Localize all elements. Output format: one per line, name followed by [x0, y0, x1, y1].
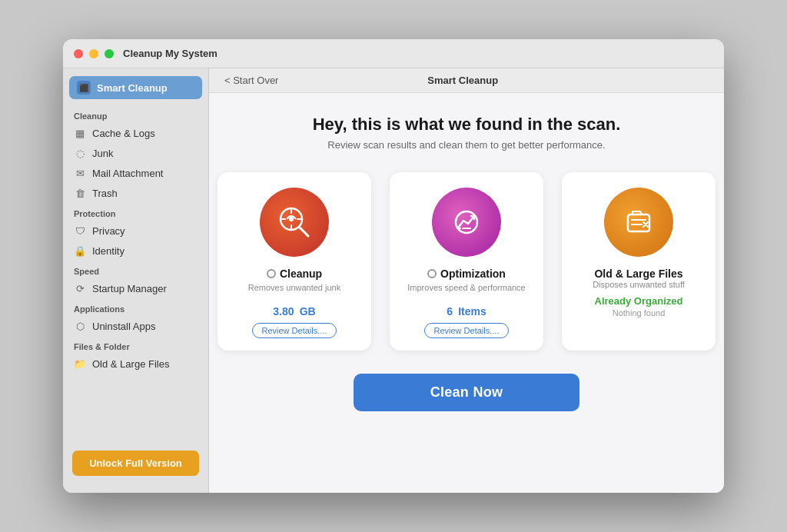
content-area: ⬛ Smart Cleanup Cleanup ▦ Cache & Logs ◌…: [63, 68, 724, 493]
old-large-status-label: Already Organized: [595, 295, 683, 307]
cards-row: Cleanup Removes unwanted junk 3.80 GB Re…: [218, 172, 716, 351]
main-content: < Start Over Smart Cleanup Hey, this is …: [209, 68, 724, 493]
cleanup-radio[interactable]: [267, 269, 276, 278]
sidebar-section-applications: Applications: [63, 298, 208, 316]
cleanup-card-value: 3.80 GB: [273, 298, 315, 318]
old-large-nothing-found: Nothing found: [613, 308, 666, 318]
privacy-icon: 🛡: [74, 224, 86, 237]
window-title: Cleanup My System: [123, 48, 218, 59]
card-optimization: Optimization Improves speed & performanc…: [390, 172, 543, 351]
main-body: Hey, this is what we found in the scan. …: [209, 93, 724, 493]
sidebar-item-uninstall-apps[interactable]: ⬡ Uninstall Apps: [63, 316, 208, 336]
optimization-card-desc: Improves speed & performance: [407, 283, 525, 292]
optimization-card-title: Optimization: [440, 268, 506, 280]
sidebar-item-identity[interactable]: 🔒 Identity: [63, 241, 208, 261]
sidebar-section-files: Files & Folder: [63, 336, 208, 354]
sidebar-item-uninstall-label: Uninstall Apps: [92, 321, 155, 332]
clean-now-button[interactable]: Clean Now: [354, 374, 580, 411]
optimization-radio[interactable]: [427, 269, 437, 278]
minimize-button[interactable]: [89, 49, 98, 58]
optimization-review-button[interactable]: Review Details....: [424, 323, 510, 338]
card-old-large: Old & Large Files Disposes unwanted stuf…: [562, 172, 716, 351]
sidebar-item-old-large-files[interactable]: 📁 Old & Large Files: [63, 354, 208, 374]
sidebar-item-smart-cleanup[interactable]: ⬛ Smart Cleanup: [69, 76, 202, 99]
page-title: Hey, this is what we found in the scan.: [313, 115, 621, 135]
optimization-radio-row: Optimization: [427, 268, 506, 280]
junk-icon: ◌: [74, 147, 86, 159]
smart-cleanup-icon: ⬛: [77, 81, 91, 95]
startup-icon: ⟳: [74, 282, 86, 294]
sidebar-item-startup-manager[interactable]: ⟳ Startup Manager: [63, 278, 208, 298]
sidebar-item-privacy-label: Privacy: [92, 225, 125, 237]
sidebar-section-protection: Protection: [63, 203, 208, 221]
mail-icon: ✉: [74, 167, 86, 179]
back-label: < Start Over: [224, 75, 278, 86]
cleanup-radio-row: Cleanup: [267, 268, 322, 280]
sidebar-item-old-large-label: Old & Large Files: [92, 358, 169, 370]
sidebar-item-identity-label: Identity: [92, 245, 125, 257]
sidebar-item-cache-logs-label: Cache & Logs: [92, 128, 155, 139]
cleanup-icon-circle: [260, 188, 329, 257]
sidebar-item-trash[interactable]: 🗑 Trash: [63, 183, 208, 203]
traffic-lights: [74, 49, 114, 58]
sidebar-section-cleanup: Cleanup: [63, 105, 208, 123]
old-large-icon-circle: [604, 188, 673, 257]
back-button[interactable]: < Start Over: [224, 75, 278, 86]
cleanup-card-title: Cleanup: [280, 268, 322, 280]
main-toolbar: < Start Over Smart Cleanup: [209, 68, 724, 93]
cleanup-card-desc: Removes unwanted junk: [248, 283, 340, 292]
trash-icon: 🗑: [74, 187, 86, 199]
uninstall-icon: ⬡: [74, 320, 86, 332]
sidebar-item-junk[interactable]: ◌ Junk: [63, 143, 208, 163]
sidebar-item-mail-attachment[interactable]: ✉ Mail Attachment: [63, 163, 208, 183]
sidebar: ⬛ Smart Cleanup Cleanup ▦ Cache & Logs ◌…: [63, 68, 209, 493]
page-subtitle: Review scan results and clean them to ge…: [327, 139, 605, 151]
smart-cleanup-label: Smart Cleanup: [97, 82, 168, 94]
sidebar-section-speed: Speed: [63, 261, 208, 278]
toolbar-title: Smart Cleanup: [427, 75, 498, 86]
fullscreen-button[interactable]: [105, 49, 114, 58]
sidebar-item-junk-label: Junk: [92, 148, 113, 159]
app-window: Cleanup My System ⬛ Smart Cleanup Cleanu…: [63, 39, 724, 493]
sidebar-bottom: Unlock Full Version: [63, 441, 208, 485]
optimization-card-value: 6 Items: [447, 298, 486, 318]
titlebar: Cleanup My System: [63, 39, 724, 68]
sidebar-item-startup-label: Startup Manager: [92, 283, 167, 294]
sidebar-item-trash-label: Trash: [92, 188, 118, 199]
old-large-card-title: Old & Large Files: [594, 268, 682, 280]
cache-logs-icon: ▦: [74, 127, 86, 139]
svg-line-1: [299, 227, 308, 236]
optimization-icon-circle: [432, 188, 501, 257]
sidebar-item-mail-label: Mail Attachment: [92, 168, 164, 179]
old-large-card-desc: Disposes unwanted stuff: [593, 280, 685, 289]
sidebar-item-cache-logs[interactable]: ▦ Cache & Logs: [63, 123, 208, 143]
close-button[interactable]: [74, 49, 83, 58]
cleanup-review-button[interactable]: Review Details....: [252, 323, 337, 338]
svg-point-2: [289, 217, 294, 221]
unlock-full-version-button[interactable]: Unlock Full Version: [72, 451, 199, 476]
identity-icon: 🔒: [74, 244, 86, 257]
sidebar-item-privacy[interactable]: 🛡 Privacy: [63, 221, 208, 241]
folder-icon: 📁: [74, 357, 86, 370]
card-cleanup: Cleanup Removes unwanted junk 3.80 GB Re…: [218, 172, 371, 351]
